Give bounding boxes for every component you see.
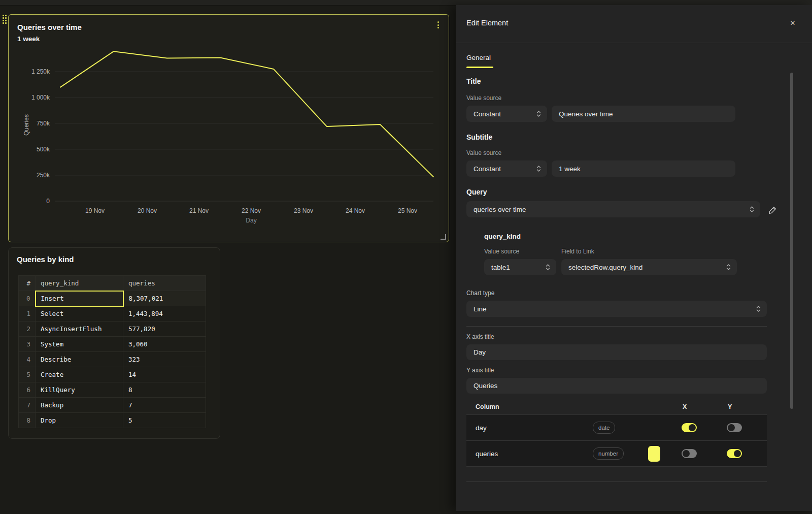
chart-gridlines	[55, 72, 433, 201]
y-header: Y	[728, 403, 732, 410]
chevron-updown-icon	[726, 264, 731, 271]
divider	[466, 326, 767, 327]
panel-title: Edit Element	[466, 19, 508, 27]
table-row[interactable]: 8 Drop 5	[19, 413, 206, 428]
chevron-updown-icon	[536, 110, 541, 117]
chart-series-line	[60, 51, 433, 177]
divider	[466, 481, 767, 482]
table-title: Queries by kind	[17, 255, 74, 264]
query-kind-heading: query_kind	[484, 233, 521, 240]
table-row[interactable]: 1 Select 1,443,894	[19, 306, 206, 322]
columns-table-header: Column X Y	[466, 399, 767, 414]
x-tick-label: 22 Nov	[242, 207, 261, 214]
section-query-heading: Query	[466, 188, 487, 196]
series-color-swatch[interactable]	[648, 446, 660, 462]
section-title-heading: Title	[466, 77, 481, 85]
x-header: X	[683, 403, 687, 410]
y-toggle[interactable]	[727, 423, 742, 432]
line-chart: 0 250k 500k 750k 1 000k 1 250k 19 Nov 20…	[9, 15, 449, 242]
chart-type-label: Chart type	[466, 290, 494, 297]
chevron-updown-icon	[546, 264, 550, 271]
x-axis-title-input[interactable]: Day	[466, 344, 767, 360]
x-tick-label: 19 Nov	[85, 207, 105, 214]
type-badge: date	[593, 422, 615, 434]
chevron-updown-icon	[750, 206, 754, 213]
col-header-kind: query_kind	[36, 276, 123, 291]
y-axis-title: Queries	[23, 114, 30, 136]
x-tick-label: 21 Nov	[189, 207, 209, 214]
pencil-icon	[768, 206, 777, 214]
x-axis-tick-labels: 19 Nov 20 Nov 21 Nov 22 Nov 23 Nov 24 No…	[85, 207, 417, 214]
edit-element-panel: Edit Element ✕ General Title Value sourc…	[456, 5, 812, 511]
tab-active-indicator	[466, 67, 493, 68]
chevron-updown-icon	[756, 305, 761, 312]
x-tick-label: 25 Nov	[398, 207, 417, 214]
y-axis-title-label: Y axis title	[466, 367, 494, 374]
table-row[interactable]: 3 System 3,060	[19, 337, 206, 352]
y-tick-label: 0	[46, 198, 50, 205]
y-axis-tick-labels: 0 250k 500k 750k 1 000k 1 250k	[31, 68, 50, 205]
panel-scrollbar[interactable]	[790, 73, 793, 409]
query-select[interactable]: queries over time	[466, 201, 760, 217]
subtitle-value-input[interactable]: 1 week	[552, 160, 735, 177]
selected-cell[interactable]: Insert	[36, 291, 123, 306]
queries-by-kind-table: # query_kind queries 0 Insert 8,307,021 …	[18, 275, 206, 428]
table-row[interactable]: 2 AsyncInsertFlush 577,820	[19, 322, 206, 337]
y-tick-label: 1 000k	[31, 94, 50, 101]
query-kind-source-select[interactable]: table1	[484, 259, 556, 275]
y-tick-label: 250k	[37, 172, 50, 179]
y-tick-label: 750k	[37, 120, 50, 127]
title-source-select[interactable]: Constant	[466, 106, 547, 122]
chart-type-select[interactable]: Line	[466, 301, 767, 317]
subtitle-source-select[interactable]: Constant	[466, 160, 547, 177]
type-badge: number	[593, 447, 624, 460]
edit-query-button[interactable]	[767, 204, 778, 215]
x-toggle[interactable]	[682, 423, 697, 432]
table-row[interactable]: 7 Backup 7	[19, 398, 206, 413]
x-tick-label: 24 Nov	[346, 207, 365, 214]
card-resize-handle[interactable]	[441, 234, 446, 240]
title-value-input[interactable]: Queries over time	[552, 106, 735, 122]
chart-card[interactable]: Queries over time 1 week 0 250k 500k 750…	[8, 14, 449, 242]
y-tick-label: 500k	[37, 146, 50, 153]
column-row-day: day date	[466, 414, 767, 440]
x-axis-title: Day	[246, 217, 256, 224]
y-toggle[interactable]	[727, 449, 742, 458]
value-source-label: Value source	[484, 248, 519, 255]
table-header-row: # query_kind queries	[19, 276, 206, 291]
value-source-label: Value source	[466, 94, 501, 102]
table-row[interactable]: 6 KillQuery 8	[19, 382, 206, 398]
col-header-queries: queries	[123, 276, 206, 291]
x-tick-label: 20 Nov	[138, 207, 157, 214]
field-to-link-label: Field to Link	[561, 248, 594, 255]
table-row[interactable]: 0 Insert 8,307,021	[19, 291, 206, 306]
x-axis-title-label: X axis title	[466, 333, 494, 340]
field-to-link-select[interactable]: selectedRow.query_kind	[561, 259, 737, 275]
y-tick-label: 1 250k	[31, 68, 50, 75]
chevron-updown-icon	[536, 165, 541, 172]
close-icon[interactable]: ✕	[788, 18, 797, 27]
y-axis-title-input[interactable]: Queries	[466, 378, 767, 394]
col-header-index: #	[19, 276, 36, 291]
column-header: Column	[476, 403, 499, 410]
columns-table: Column X Y day date queries number	[466, 399, 767, 467]
tab-general[interactable]: General	[466, 54, 491, 61]
divider	[456, 43, 812, 43]
table-row[interactable]: 5 Create 14	[19, 367, 206, 382]
x-tick-label: 23 Nov	[294, 207, 313, 214]
table-card[interactable]: Queries by kind # query_kind queries 0 I…	[8, 247, 220, 439]
column-row-queries: queries number	[466, 440, 767, 467]
section-subtitle-heading: Subtitle	[466, 133, 492, 141]
value-source-label: Value source	[466, 149, 501, 156]
x-toggle[interactable]	[682, 449, 697, 458]
card-drag-handle-icon[interactable]	[3, 15, 8, 24]
table-row[interactable]: 4 Describe 323	[19, 352, 206, 367]
